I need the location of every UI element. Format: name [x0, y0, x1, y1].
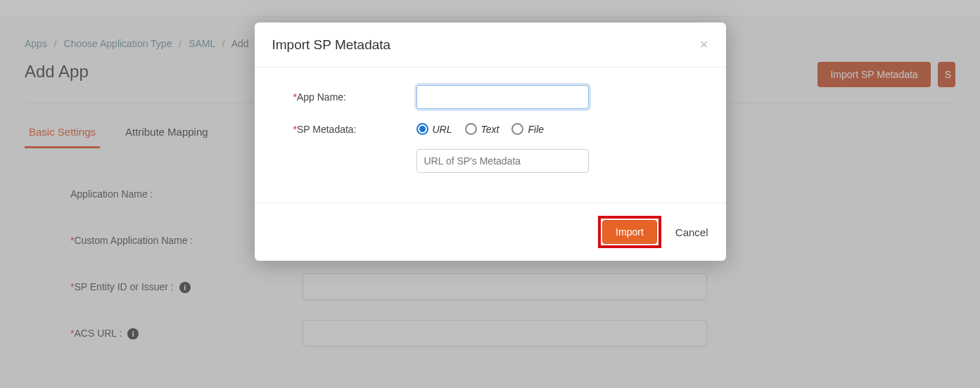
modal-sp-metadata-label: *SP Metadata:	[293, 124, 416, 135]
modal-app-name-label: *App Name:	[293, 91, 416, 103]
import-button[interactable]: Import	[602, 220, 657, 244]
import-highlight: Import	[598, 216, 661, 248]
modal-app-name-input[interactable]	[416, 85, 589, 109]
modal-url-input[interactable]	[416, 149, 589, 173]
radio-file[interactable]: File	[511, 123, 544, 135]
import-sp-metadata-modal: Import SP Metadata × *App Name: *SP Meta…	[255, 22, 726, 261]
radio-text[interactable]: Text	[465, 123, 499, 135]
close-icon[interactable]: ×	[700, 37, 708, 53]
modal-title: Import SP Metadata	[272, 37, 391, 53]
radio-url[interactable]: URL	[416, 123, 452, 135]
cancel-button[interactable]: Cancel	[675, 226, 708, 238]
